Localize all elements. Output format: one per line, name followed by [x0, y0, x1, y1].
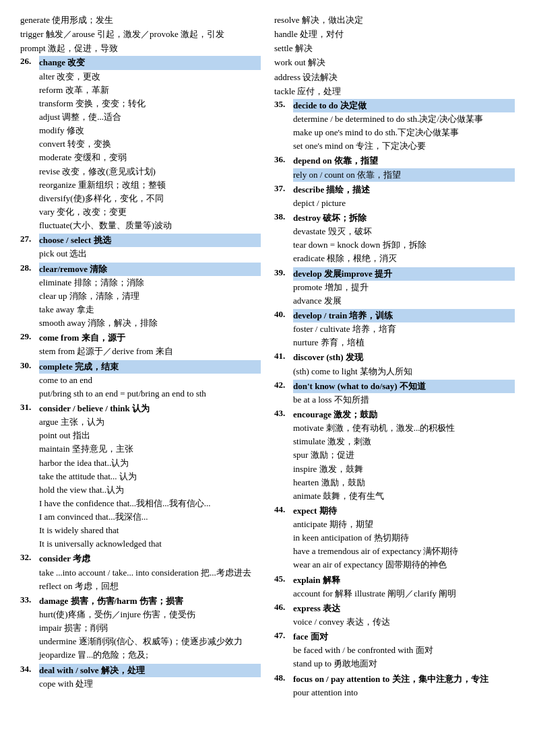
entry-number: 38.	[274, 211, 293, 266]
main-term: clear/remove 清除	[39, 263, 261, 276]
entry: 39.develop 发展improve 提升promote 增加，提升adva…	[274, 267, 515, 308]
main-term: complete 完成，结束	[39, 360, 261, 374]
entry-content: come from 来自，源于stem from 起源于／derive from…	[39, 331, 261, 358]
entry-content: develop / train 培养，训练foster / cultivate …	[293, 309, 515, 349]
text-line: generate 使用形成；发生	[20, 13, 261, 27]
entry-number: 35.	[274, 99, 293, 153]
entry-number: 42.	[274, 380, 293, 407]
sub-entry: eradicate 根除，根绝，消灭	[293, 252, 515, 265]
sub-entry: voice / convey 表达，传达	[293, 615, 515, 629]
sub-entry: advance 发展	[293, 294, 515, 308]
entry-content: depend on 依靠，指望rely on / count on 依靠，指望	[293, 154, 515, 181]
entry-number: 27.	[20, 234, 39, 261]
sub-entry: pour attention into	[293, 686, 515, 699]
main-term: develop 发展improve 提升	[293, 267, 515, 281]
sub-entry: stem from 起源于／derive from 来自	[39, 345, 261, 358]
sub-entry: moderate 变缓和，变弱	[39, 151, 261, 164]
sub-entry: hurt(使)疼痛，受伤／injure 伤害，使受伤	[39, 608, 261, 621]
main-term: consider / believe / think 认为	[39, 402, 261, 415]
sub-entry: It is widely shared that	[39, 524, 261, 537]
entry: 32.consider 考虑take ...into account / tak…	[20, 552, 261, 592]
entry-content: describe 描绘，描述depict / picture	[293, 183, 515, 210]
entry-content: don't know (what to do/say) 不知道be at a l…	[293, 380, 515, 407]
entry-content: destroy 破坏；拆除devastate 毁灭，破坏tear down = …	[293, 211, 515, 266]
sub-entry: foster / cultivate 培养，培育	[293, 322, 515, 336]
sub-entry: smooth away 消除，解决，排除	[39, 316, 261, 330]
entry-number: 44.	[274, 504, 293, 572]
main-term: don't know (what to do/say) 不知道	[293, 380, 515, 393]
entry-number: 43.	[274, 408, 293, 503]
entry: 26.change 改变alter 改变，更改reform 改革，革新trans…	[20, 56, 261, 232]
main-term: change 改变	[39, 56, 261, 69]
sub-entry: transform 变换，变变；转化	[39, 97, 261, 110]
sub-entry: rely on / count on 依靠，指望	[293, 168, 515, 182]
sub-entry: vary 变化，改变；变更	[39, 205, 261, 219]
sub-entry: I am convinced that...我深信...	[39, 510, 261, 524]
entry-number: 30.	[20, 360, 39, 401]
main-term: depend on 依靠，指望	[293, 154, 515, 168]
sub-entry: set one's mind on 专注，下定决心要	[293, 139, 515, 153]
entry-number: 28.	[20, 263, 39, 331]
sub-entry: cope with 处理	[39, 677, 261, 691]
entry-number: 48.	[274, 673, 293, 699]
entry-number: 32.	[20, 552, 39, 592]
text-line: work out 解决	[274, 56, 515, 69]
sub-entry: impair 损害；削弱	[39, 621, 261, 635]
sub-entry: promote 增加，提升	[293, 281, 515, 294]
entry: 30.complete 完成，结束come to an endput/bring…	[20, 360, 261, 401]
sub-entry: fluctuate(大小、数量、质量等)波动	[39, 219, 261, 232]
entry: 46.express 表达voice / convey 表达，传达	[274, 602, 515, 629]
entry-content: focus on / pay attention to 关注，集中注意力，专注p…	[293, 673, 515, 699]
text-line: prompt 激起，促进，导致	[20, 42, 261, 55]
text-line: address 设法解决	[274, 71, 515, 84]
text-line: trigger 触发／arouse 引起，激发／provoke 激起，引发	[20, 28, 261, 41]
sub-entry: motivate 刺激，使有动机，激发...的积极性	[293, 421, 515, 435]
main-term: expect 期待	[293, 504, 515, 518]
sub-entry: spur 激励；促进	[293, 448, 515, 462]
main-term: explain 解释	[293, 574, 515, 587]
sub-entry: tear down = knock down 拆卸，拆除	[293, 238, 515, 252]
main-term: damage 损害，伤害/harm 伤害；损害	[39, 594, 261, 608]
entry-number: 40.	[274, 309, 293, 349]
sub-entry: determine / be determined to do sth.决定/决…	[293, 112, 515, 126]
entry-number: 41.	[274, 351, 293, 378]
right-column: resolve 解决，做出决定handle 处理，对付settle 解决work…	[268, 13, 515, 701]
sub-entry: undermine 逐渐削弱(信心、权威等)；使逐步减少效力	[39, 635, 261, 648]
sub-entry: take ...into account / take... into cons…	[39, 566, 261, 580]
entry: 38.destroy 破坏；拆除devastate 毁灭，破坏tear down…	[274, 211, 515, 266]
sub-entry: diversify(使)多样化，变化，不同	[39, 192, 261, 205]
entry: 35.decide to do 决定做determine / be determ…	[274, 99, 515, 153]
entry-number: 46.	[274, 602, 293, 629]
sub-entry: nurture 养育，培植	[293, 336, 515, 349]
sub-entry: account for 解释 illustrate 阐明／clarify 阐明	[293, 587, 515, 600]
sub-entry: reform 改革，革新	[39, 83, 261, 97]
sub-entry: have a tremendous air of expectancy 满怀期待	[293, 545, 515, 558]
main-term: develop / train 培养，训练	[293, 309, 515, 322]
sub-entry: anticipate 期待，期望	[293, 518, 515, 531]
entry-content: consider 考虑take ...into account / take..…	[39, 552, 261, 592]
sub-entry: in keen anticipation of 热切期待	[293, 531, 515, 545]
text-line: resolve 解决，做出决定	[274, 13, 515, 27]
sub-entry: point out 指出	[39, 429, 261, 442]
entry-content: clear/remove 清除eliminate 排除；清除；消除clear u…	[39, 263, 261, 331]
sub-entry: be faced with / be confronted with 面对	[293, 644, 515, 657]
sub-entry: I have the confidence that...我相信...我有信心.…	[39, 497, 261, 510]
entry-content: deal with / solve 解决，处理cope with 处理	[39, 664, 261, 691]
sub-entry: reflect on 考虑，回想	[39, 580, 261, 593]
entry: 36.depend on 依靠，指望rely on / count on 依靠，…	[274, 154, 515, 181]
entry-content: develop 发展improve 提升promote 增加，提升advance…	[293, 267, 515, 308]
entry: 34.deal with / solve 解决，处理cope with 处理	[20, 664, 261, 691]
sub-entry: alter 改变，更改	[39, 70, 261, 83]
sub-entry: convert 转变，变换	[39, 137, 261, 151]
sub-entry: wear an air of expectancy 固带期待的神色	[293, 558, 515, 572]
main-term: come from 来自，源于	[39, 331, 261, 345]
entry-number: 34.	[20, 664, 39, 691]
main-term: encourage 激发；鼓励	[293, 408, 515, 421]
entry: 43.encourage 激发；鼓励motivate 刺激，使有动机，激发...…	[274, 408, 515, 503]
main-term: consider 考虑	[39, 552, 261, 565]
sub-entry: take away 拿走	[39, 303, 261, 316]
sub-entry: put/bring sth to an end = put/bring an e…	[39, 387, 261, 401]
text-line: settle 解决	[274, 42, 515, 55]
sub-entry: adjust 调整，使...适合	[39, 110, 261, 124]
entry: 48.focus on / pay attention to 关注，集中注意力，…	[274, 673, 515, 699]
